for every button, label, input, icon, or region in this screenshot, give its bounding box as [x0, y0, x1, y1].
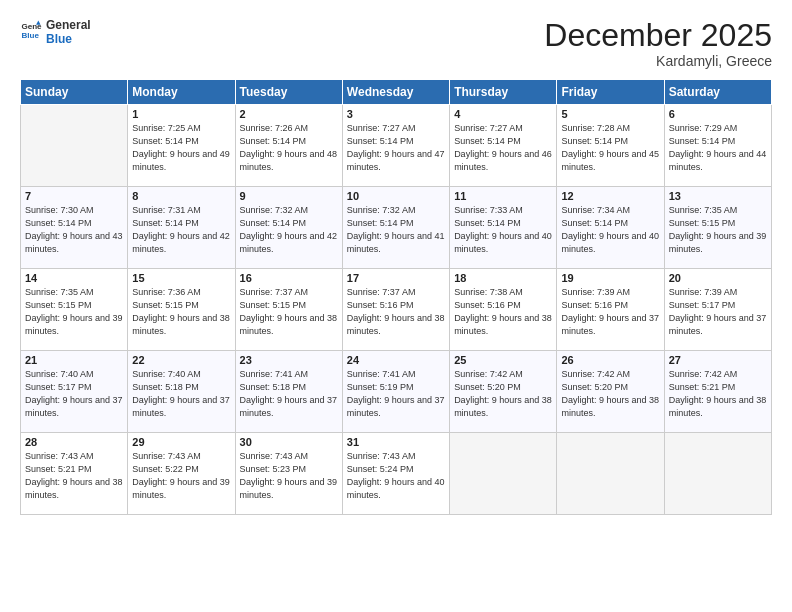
calendar-cell: 24 Sunrise: 7:41 AMSunset: 5:19 PMDaylig…: [342, 351, 449, 433]
day-number: 31: [347, 436, 445, 448]
calendar-cell: 31 Sunrise: 7:43 AMSunset: 5:24 PMDaylig…: [342, 433, 449, 515]
day-info: Sunrise: 7:41 AMSunset: 5:19 PMDaylight:…: [347, 368, 445, 420]
calendar-cell: 19 Sunrise: 7:39 AMSunset: 5:16 PMDaylig…: [557, 269, 664, 351]
calendar-cell: 9 Sunrise: 7:32 AMSunset: 5:14 PMDayligh…: [235, 187, 342, 269]
day-info: Sunrise: 7:37 AMSunset: 5:16 PMDaylight:…: [347, 286, 445, 338]
calendar-table: SundayMondayTuesdayWednesdayThursdayFrid…: [20, 79, 772, 515]
day-info: Sunrise: 7:40 AMSunset: 5:18 PMDaylight:…: [132, 368, 230, 420]
day-number: 28: [25, 436, 123, 448]
day-number: 8: [132, 190, 230, 202]
day-info: Sunrise: 7:38 AMSunset: 5:16 PMDaylight:…: [454, 286, 552, 338]
day-info: Sunrise: 7:35 AMSunset: 5:15 PMDaylight:…: [25, 286, 123, 338]
day-number: 21: [25, 354, 123, 366]
calendar-week-3: 14 Sunrise: 7:35 AMSunset: 5:15 PMDaylig…: [21, 269, 772, 351]
calendar-cell: 6 Sunrise: 7:29 AMSunset: 5:14 PMDayligh…: [664, 105, 771, 187]
calendar-cell: 17 Sunrise: 7:37 AMSunset: 5:16 PMDaylig…: [342, 269, 449, 351]
day-number: 22: [132, 354, 230, 366]
logo-blue: Blue: [46, 32, 91, 46]
day-number: 14: [25, 272, 123, 284]
calendar-cell: 27 Sunrise: 7:42 AMSunset: 5:21 PMDaylig…: [664, 351, 771, 433]
day-info: Sunrise: 7:31 AMSunset: 5:14 PMDaylight:…: [132, 204, 230, 256]
calendar-cell: 8 Sunrise: 7:31 AMSunset: 5:14 PMDayligh…: [128, 187, 235, 269]
calendar-week-5: 28 Sunrise: 7:43 AMSunset: 5:21 PMDaylig…: [21, 433, 772, 515]
weekday-header-friday: Friday: [557, 80, 664, 105]
calendar-cell: 3 Sunrise: 7:27 AMSunset: 5:14 PMDayligh…: [342, 105, 449, 187]
day-number: 25: [454, 354, 552, 366]
day-number: 13: [669, 190, 767, 202]
day-info: Sunrise: 7:34 AMSunset: 5:14 PMDaylight:…: [561, 204, 659, 256]
calendar-body: 1 Sunrise: 7:25 AMSunset: 5:14 PMDayligh…: [21, 105, 772, 515]
day-number: 2: [240, 108, 338, 120]
calendar-week-4: 21 Sunrise: 7:40 AMSunset: 5:17 PMDaylig…: [21, 351, 772, 433]
calendar-header-row: SundayMondayTuesdayWednesdayThursdayFrid…: [21, 80, 772, 105]
calendar-cell: 10 Sunrise: 7:32 AMSunset: 5:14 PMDaylig…: [342, 187, 449, 269]
calendar-cell: [21, 105, 128, 187]
calendar-cell: [557, 433, 664, 515]
day-info: Sunrise: 7:28 AMSunset: 5:14 PMDaylight:…: [561, 122, 659, 174]
day-number: 10: [347, 190, 445, 202]
calendar-cell: 1 Sunrise: 7:25 AMSunset: 5:14 PMDayligh…: [128, 105, 235, 187]
calendar-cell: 14 Sunrise: 7:35 AMSunset: 5:15 PMDaylig…: [21, 269, 128, 351]
calendar-cell: 7 Sunrise: 7:30 AMSunset: 5:14 PMDayligh…: [21, 187, 128, 269]
day-info: Sunrise: 7:41 AMSunset: 5:18 PMDaylight:…: [240, 368, 338, 420]
day-info: Sunrise: 7:39 AMSunset: 5:16 PMDaylight:…: [561, 286, 659, 338]
day-number: 26: [561, 354, 659, 366]
day-info: Sunrise: 7:32 AMSunset: 5:14 PMDaylight:…: [240, 204, 338, 256]
svg-text:Blue: Blue: [21, 31, 39, 40]
day-info: Sunrise: 7:43 AMSunset: 5:22 PMDaylight:…: [132, 450, 230, 502]
calendar-cell: 22 Sunrise: 7:40 AMSunset: 5:18 PMDaylig…: [128, 351, 235, 433]
day-number: 12: [561, 190, 659, 202]
calendar-cell: 4 Sunrise: 7:27 AMSunset: 5:14 PMDayligh…: [450, 105, 557, 187]
calendar-cell: 28 Sunrise: 7:43 AMSunset: 5:21 PMDaylig…: [21, 433, 128, 515]
calendar-cell: 2 Sunrise: 7:26 AMSunset: 5:14 PMDayligh…: [235, 105, 342, 187]
calendar-cell: 13 Sunrise: 7:35 AMSunset: 5:15 PMDaylig…: [664, 187, 771, 269]
day-number: 3: [347, 108, 445, 120]
day-info: Sunrise: 7:30 AMSunset: 5:14 PMDaylight:…: [25, 204, 123, 256]
calendar-week-1: 1 Sunrise: 7:25 AMSunset: 5:14 PMDayligh…: [21, 105, 772, 187]
day-info: Sunrise: 7:39 AMSunset: 5:17 PMDaylight:…: [669, 286, 767, 338]
calendar-cell: 15 Sunrise: 7:36 AMSunset: 5:15 PMDaylig…: [128, 269, 235, 351]
day-number: 9: [240, 190, 338, 202]
weekday-header-wednesday: Wednesday: [342, 80, 449, 105]
day-info: Sunrise: 7:35 AMSunset: 5:15 PMDaylight:…: [669, 204, 767, 256]
day-number: 29: [132, 436, 230, 448]
day-number: 30: [240, 436, 338, 448]
weekday-header-saturday: Saturday: [664, 80, 771, 105]
day-number: 24: [347, 354, 445, 366]
day-info: Sunrise: 7:43 AMSunset: 5:24 PMDaylight:…: [347, 450, 445, 502]
calendar-cell: [664, 433, 771, 515]
month-title: December 2025: [544, 18, 772, 53]
day-info: Sunrise: 7:32 AMSunset: 5:14 PMDaylight:…: [347, 204, 445, 256]
day-info: Sunrise: 7:42 AMSunset: 5:21 PMDaylight:…: [669, 368, 767, 420]
logo: General Blue General Blue: [20, 18, 91, 47]
day-number: 7: [25, 190, 123, 202]
title-block: December 2025 Kardamyli, Greece: [544, 18, 772, 69]
calendar-cell: 12 Sunrise: 7:34 AMSunset: 5:14 PMDaylig…: [557, 187, 664, 269]
location: Kardamyli, Greece: [544, 53, 772, 69]
calendar-cell: 29 Sunrise: 7:43 AMSunset: 5:22 PMDaylig…: [128, 433, 235, 515]
day-number: 27: [669, 354, 767, 366]
calendar-week-2: 7 Sunrise: 7:30 AMSunset: 5:14 PMDayligh…: [21, 187, 772, 269]
page: General Blue General Blue December 2025 …: [0, 0, 792, 612]
calendar-cell: 21 Sunrise: 7:40 AMSunset: 5:17 PMDaylig…: [21, 351, 128, 433]
day-number: 15: [132, 272, 230, 284]
weekday-header-thursday: Thursday: [450, 80, 557, 105]
day-number: 4: [454, 108, 552, 120]
day-number: 6: [669, 108, 767, 120]
calendar-cell: 30 Sunrise: 7:43 AMSunset: 5:23 PMDaylig…: [235, 433, 342, 515]
weekday-header-tuesday: Tuesday: [235, 80, 342, 105]
calendar-cell: 16 Sunrise: 7:37 AMSunset: 5:15 PMDaylig…: [235, 269, 342, 351]
day-number: 20: [669, 272, 767, 284]
day-info: Sunrise: 7:42 AMSunset: 5:20 PMDaylight:…: [561, 368, 659, 420]
day-number: 19: [561, 272, 659, 284]
day-info: Sunrise: 7:26 AMSunset: 5:14 PMDaylight:…: [240, 122, 338, 174]
day-info: Sunrise: 7:27 AMSunset: 5:14 PMDaylight:…: [454, 122, 552, 174]
logo-icon: General Blue: [20, 19, 42, 41]
day-info: Sunrise: 7:25 AMSunset: 5:14 PMDaylight:…: [132, 122, 230, 174]
day-number: 16: [240, 272, 338, 284]
day-number: 5: [561, 108, 659, 120]
calendar-cell: 5 Sunrise: 7:28 AMSunset: 5:14 PMDayligh…: [557, 105, 664, 187]
day-info: Sunrise: 7:43 AMSunset: 5:21 PMDaylight:…: [25, 450, 123, 502]
weekday-header-monday: Monday: [128, 80, 235, 105]
calendar-cell: [450, 433, 557, 515]
